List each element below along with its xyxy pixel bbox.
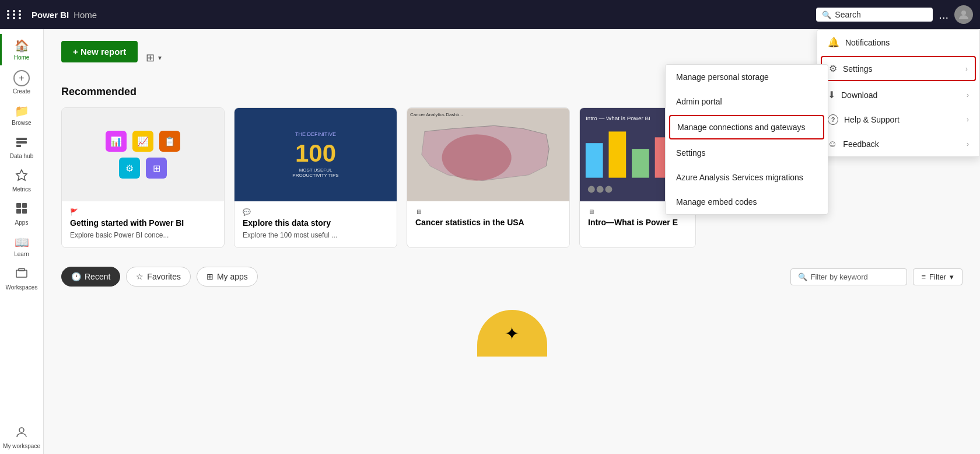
topbar-right: 🔍 Search ... — [816, 5, 973, 24]
more-button[interactable]: ... — [939, 8, 949, 22]
monitor-icon-4: 🖥 — [588, 208, 594, 215]
sidebar-item-workspaces[interactable]: Workspaces — [0, 262, 43, 295]
svg-rect-7 — [16, 209, 21, 214]
filter-icon: ≡ — [922, 273, 926, 281]
card-title-4: Intro—What is Power E — [588, 218, 687, 227]
page-name: Home — [74, 10, 97, 20]
sidebar-bottom: My workspace — [1, 421, 43, 454]
card-title-3: Cancer statistics in the USA — [415, 218, 561, 227]
card-pretitle-3: 🖥 — [415, 208, 561, 215]
sidebar-item-create[interactable]: + Create — [0, 65, 43, 99]
card-subtitle-2: Explore the 100 most useful ... — [243, 231, 388, 239]
svg-text:Intro — What is Power BI: Intro — What is Power BI — [586, 115, 650, 121]
card-getting-started[interactable]: 📊 📈 📋 ⚙ ⊞ 🚩 Getting started with Power B… — [61, 107, 225, 248]
topbar: Power BI Home 🔍 Search ... — [0, 0, 980, 29]
new-report-button[interactable]: + New report — [61, 41, 138, 62]
svg-rect-17 — [609, 131, 626, 177]
card-pretitle-2: 💬 — [243, 208, 388, 216]
tab-recent-label: Recent — [85, 272, 110, 281]
monitor-icon: 🖥 — [415, 208, 422, 215]
flag-icon: 🚩 — [70, 208, 78, 216]
my-apps-icon: ⊞ — [206, 272, 214, 281]
book-top-text: THE DEFINITIVE — [295, 131, 336, 137]
filter-button[interactable]: ≡ Filter ▾ — [913, 268, 963, 285]
svg-point-23 — [606, 186, 612, 193]
sidebar-label-workspaces: Workspaces — [6, 284, 38, 291]
notifications-label: Notifications — [845, 38, 969, 47]
card-data-story[interactable]: THE DEFINITIVE 100 MOST USEFULPRODUCTIVI… — [234, 107, 397, 248]
svg-rect-9 — [16, 270, 27, 277]
svg-rect-2 — [16, 141, 27, 144]
settings-icon: ⚙ — [829, 63, 837, 74]
card-body-3: 🖥 Cancer statistics in the USA — [407, 201, 569, 235]
settings-item-help[interactable]: ? Help & Support › — [817, 107, 979, 132]
feedback-label: Feedback — [843, 139, 961, 149]
view-controls: ⊞ ▾ — [146, 51, 162, 64]
sidebar-item-learn[interactable]: 📖 Learn — [0, 231, 43, 262]
sidebar-item-home[interactable]: 🏠 Home — [0, 34, 43, 65]
download-label: Download — [841, 90, 961, 100]
icon-reports: 📊 — [106, 131, 127, 152]
context-item-admin-portal[interactable]: Admin portal — [666, 89, 828, 114]
settings-panel: 🔔 Notifications ⚙ Settings › ⬇ Download … — [817, 29, 980, 157]
sidebar-item-my-workspace[interactable]: My workspace — [1, 421, 43, 454]
context-item-settings-sub[interactable]: Settings — [666, 141, 828, 165]
sidebar-item-data-hub[interactable]: Data hub — [0, 131, 43, 164]
icon-data: 📋 — [159, 131, 180, 152]
sidebar-label-metrics: Metrics — [12, 186, 31, 193]
help-label: Help & Support — [844, 115, 961, 124]
search-box[interactable]: 🔍 Search — [816, 8, 933, 22]
card-thumb-3: Cancer Analytics Dashb... — [407, 108, 569, 201]
svg-rect-5 — [16, 203, 21, 208]
feedback-icon: ☺ — [828, 139, 837, 149]
create-icon: + — [13, 70, 30, 86]
search-icon: 🔍 — [822, 11, 831, 19]
context-item-azure[interactable]: Azure Analysis Services migrations — [666, 165, 828, 190]
app-name: Power BI — [32, 10, 69, 20]
settings-item-notifications[interactable]: 🔔 Notifications — [817, 30, 979, 55]
svg-point-14 — [442, 134, 512, 180]
feedback-arrow-icon: › — [967, 140, 969, 148]
manage-connections-label: Manage connections and gateways — [677, 123, 805, 132]
tab-favorites[interactable]: ☆ Favorites — [126, 267, 191, 287]
avatar[interactable] — [954, 5, 973, 24]
help-arrow-icon: › — [967, 116, 969, 124]
sidebar-item-metrics[interactable]: Metrics — [0, 164, 43, 197]
card-body-2: 💬 Explore this data story Explore the 10… — [235, 201, 397, 247]
sidebar-item-apps[interactable]: Apps — [0, 197, 43, 231]
settings-label: Settings — [843, 64, 960, 74]
sidebar-label-learn: Learn — [14, 251, 29, 257]
favorites-icon: ☆ — [136, 272, 144, 281]
settings-item-feedback[interactable]: ☺ Feedback › — [817, 132, 979, 156]
view-dropdown-icon[interactable]: ▾ — [158, 54, 162, 62]
settings-sub-label: Settings — [676, 148, 706, 158]
download-icon: ⬇ — [828, 89, 835, 100]
filter-input[interactable]: 🔍 Filter by keyword — [790, 268, 907, 285]
sidebar-item-browse[interactable]: 📁 Browse — [0, 99, 43, 131]
tab-my-apps[interactable]: ⊞ My apps — [197, 267, 258, 287]
waffle-icon[interactable] — [7, 10, 23, 19]
trophy-icon: ✦ — [477, 310, 547, 357]
sidebar-label-my-workspace: My workspace — [3, 443, 40, 449]
data-hub-icon — [15, 135, 28, 151]
card-title-2: Explore this data story — [243, 218, 388, 228]
card-cancer-stats[interactable]: Cancer Analytics Dashb... 🖥 Cancer stati… — [407, 107, 570, 248]
filter-chevron-icon: ▾ — [950, 273, 954, 281]
settings-item-download[interactable]: ⬇ Download › — [817, 82, 979, 107]
settings-item-settings[interactable]: ⚙ Settings › — [821, 56, 976, 81]
my-workspace-icon — [15, 425, 28, 441]
view-toggle-icon[interactable]: ⊞ — [146, 51, 155, 64]
download-arrow-icon: › — [967, 91, 969, 99]
context-item-manage-storage[interactable]: Manage personal storage — [666, 65, 828, 89]
bottom-section: ✦ — [61, 310, 963, 357]
apps-icon — [15, 202, 28, 218]
context-item-manage-connections[interactable]: Manage connections and gateways — [669, 115, 824, 139]
icon-settings: ⚙ — [119, 158, 140, 179]
book-sub-text: MOST USEFULPRODUCTIVITY TIPS — [292, 167, 338, 178]
usa-map-svg: Cancer Analytics Dashb... — [407, 108, 569, 201]
sidebar-label-browse: Browse — [12, 120, 31, 126]
admin-portal-label: Admin portal — [676, 97, 722, 106]
context-item-embed[interactable]: Manage embed codes — [666, 190, 828, 214]
svg-rect-6 — [22, 203, 27, 208]
tab-recent[interactable]: 🕐 Recent — [61, 267, 120, 287]
